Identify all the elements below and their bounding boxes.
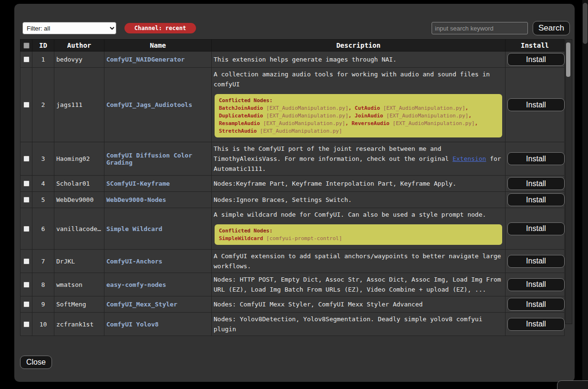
row-author: Scholar01 — [54, 176, 104, 192]
row-description: Nodes: HTTP POST, Empty Dict, Assoc Str,… — [212, 273, 505, 296]
node-name-link[interactable]: ComfyUI_NAIDGenerator — [106, 56, 185, 63]
row-checkbox[interactable] — [23, 258, 30, 264]
node-name-link[interactable]: SComfyUI-Keyframe — [106, 180, 170, 187]
node-name-link[interactable]: ComfyUI_Jags_Audiotools — [106, 101, 192, 108]
install-button[interactable]: Install — [507, 255, 565, 268]
extension-link[interactable]: Extension — [453, 155, 486, 162]
row-description: Nodes: Yolov8Detection, Yolov8Segmentati… — [212, 313, 505, 336]
header-author: Author — [54, 40, 104, 52]
table-row: 3 Haoming02 ComfyUI Diffusion Color Grad… — [21, 142, 565, 176]
row-id: 2 — [32, 68, 54, 142]
row-id: 6 — [32, 208, 54, 250]
row-id: 10 — [32, 313, 54, 336]
row-description: This is the ComfyUI port of the joint re… — [212, 142, 505, 176]
channel-badge: Channel: recent — [124, 23, 196, 33]
row-author: jags111 — [54, 68, 104, 142]
install-button[interactable]: Install — [507, 152, 565, 165]
row-checkbox[interactable] — [23, 180, 30, 187]
node-name-link[interactable]: ComfyUI_Mexx_Styler — [106, 301, 177, 308]
partial-background-button — [557, 380, 588, 389]
search-input[interactable] — [432, 22, 528, 34]
row-id: 8 — [32, 273, 54, 296]
row-id: 9 — [32, 296, 54, 313]
install-button[interactable]: Install — [507, 193, 565, 206]
install-button[interactable]: Install — [507, 177, 565, 190]
row-description: Nodes:Ignore Braces, Settings Switch. — [212, 192, 505, 208]
row-checkbox[interactable] — [23, 197, 30, 203]
node-name-link[interactable]: ComfyUI-Anchors — [106, 258, 162, 265]
row-id: 7 — [32, 250, 54, 273]
close-button[interactable]: Close — [20, 356, 52, 369]
install-button[interactable]: Install — [507, 53, 565, 66]
table-header-row: ID Author Name Description Install — [21, 40, 565, 52]
custom-nodes-dialog: Filter: all Channel: recent Search ID Au… — [14, 4, 575, 382]
header-id: ID — [32, 40, 54, 52]
row-description-cell: A simple wildcard node for ComfyUI. Can … — [212, 208, 505, 250]
row-id: 1 — [32, 52, 54, 68]
table-row: 10 zcfrank1st ComfyUI Yolov8 Nodes: Yolo… — [21, 313, 565, 336]
row-author: SoftMeng — [54, 296, 104, 313]
row-checkbox[interactable] — [23, 102, 30, 108]
conflict-box: Conflicted Nodes: BatchJoinAudio [EXT_Au… — [215, 94, 502, 137]
conflict-title: Conflicted Nodes: — [219, 227, 498, 234]
header-checkbox-cell — [21, 40, 32, 52]
row-checkbox[interactable] — [23, 226, 30, 232]
table-row: 6 vanillacode… Simple Wildcard A simple … — [21, 208, 565, 250]
page-scrollbar[interactable] — [582, 0, 588, 389]
row-author: vanillacode… — [54, 208, 104, 250]
conflict-box: Conflicted Nodes: SimpleWildcard [comfyu… — [215, 224, 502, 245]
row-author: DrJKL — [54, 250, 104, 273]
table-row: 9 SoftMeng ComfyUI_Mexx_Styler Nodes: Co… — [21, 296, 565, 313]
node-name-link[interactable]: WebDev9000-Nodes — [106, 196, 166, 203]
row-description-cell: A collection amazing audio tools for wor… — [212, 68, 505, 142]
header-install: Install — [505, 40, 565, 52]
row-author: Haoming02 — [54, 142, 104, 176]
table-row: 2 jags111 ComfyUI_Jags_Audiotools A coll… — [21, 68, 565, 142]
row-author: WebDev9000 — [54, 192, 104, 208]
row-id: 4 — [32, 176, 54, 192]
table-row: 1 bedovyy ComfyUI_NAIDGenerator This ext… — [21, 52, 565, 68]
install-button[interactable]: Install — [507, 98, 565, 111]
conflict-title: Conflicted Nodes: — [219, 97, 498, 104]
row-description: A collection amazing audio tools for wor… — [214, 69, 503, 89]
table-scrollbar-thumb[interactable] — [566, 42, 570, 77]
description-text: This is the ComfyUI port of the joint re… — [214, 145, 453, 162]
conflict-items: BatchJoinAudio [EXT_AudioManipulation.py… — [219, 104, 498, 135]
row-author: bedovyy — [54, 52, 104, 68]
page: Filter: all Channel: recent Search ID Au… — [0, 0, 588, 389]
table-scrollbar[interactable] — [565, 39, 572, 324]
row-description: A simple wildcard node for ComfyUI. Can … — [214, 210, 503, 220]
table-row: 4 Scholar01 SComfyUI-Keyframe Nodes:Keyf… — [21, 176, 565, 192]
page-scrollbar-thumb[interactable] — [583, 3, 588, 44]
install-button[interactable]: Install — [507, 222, 565, 235]
install-button[interactable]: Install — [507, 298, 565, 311]
search-button[interactable]: Search — [533, 21, 570, 35]
node-name-link[interactable]: ComfyUI Yolov8 — [106, 321, 159, 328]
conflict-items: SimpleWildcard [comfyui-prompt-control] — [219, 234, 498, 242]
row-author: zcfrank1st — [54, 313, 104, 336]
install-button[interactable]: Install — [507, 278, 565, 291]
header-name: Name — [104, 40, 212, 52]
select-all-checkbox[interactable] — [23, 42, 30, 49]
table-row: 5 WebDev9000 WebDev9000-Nodes Nodes:Igno… — [21, 192, 565, 208]
header-description: Description — [212, 40, 505, 52]
table-row: 7 DrJKL ComfyUI-Anchors A ComfyUI extens… — [21, 250, 565, 273]
row-description: Nodes: ComfyUI Mexx Styler, ComfyUI Mexx… — [212, 296, 505, 313]
row-description: Nodes:Keyframe Part, Keyframe Interpolat… — [212, 176, 505, 192]
row-checkbox[interactable] — [23, 56, 30, 63]
row-description: A ComfyUI extension to add spatial ancho… — [212, 250, 505, 273]
row-id: 5 — [32, 192, 54, 208]
row-description: This extension helps generate images thr… — [212, 52, 505, 68]
row-checkbox[interactable] — [23, 301, 30, 307]
row-author: wmatson — [54, 273, 104, 296]
row-checkbox[interactable] — [23, 156, 30, 162]
row-checkbox[interactable] — [23, 282, 30, 288]
table-row: 8 wmatson easy-comfy-nodes Nodes: HTTP P… — [21, 273, 565, 296]
row-checkbox[interactable] — [23, 321, 30, 327]
node-name-link[interactable]: ComfyUI Diffusion Color Grading — [106, 152, 192, 166]
node-name-link[interactable]: Simple Wildcard — [106, 225, 162, 232]
node-name-link[interactable]: easy-comfy-nodes — [106, 281, 166, 288]
custom-nodes-table: ID Author Name Description Install 1 bed… — [20, 39, 565, 336]
filter-select[interactable]: Filter: all — [22, 22, 116, 34]
install-button[interactable]: Install — [507, 318, 565, 331]
